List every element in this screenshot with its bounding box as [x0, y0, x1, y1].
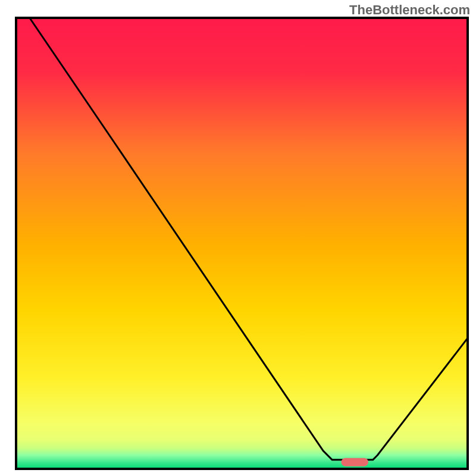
- chart-background: [16, 18, 468, 469]
- optimal-marker: [341, 458, 368, 466]
- watermark-text: TheBottleneck.com: [349, 2, 470, 18]
- chart-container: TheBottleneck.com: [0, 0, 476, 476]
- chart-svg: [0, 0, 476, 476]
